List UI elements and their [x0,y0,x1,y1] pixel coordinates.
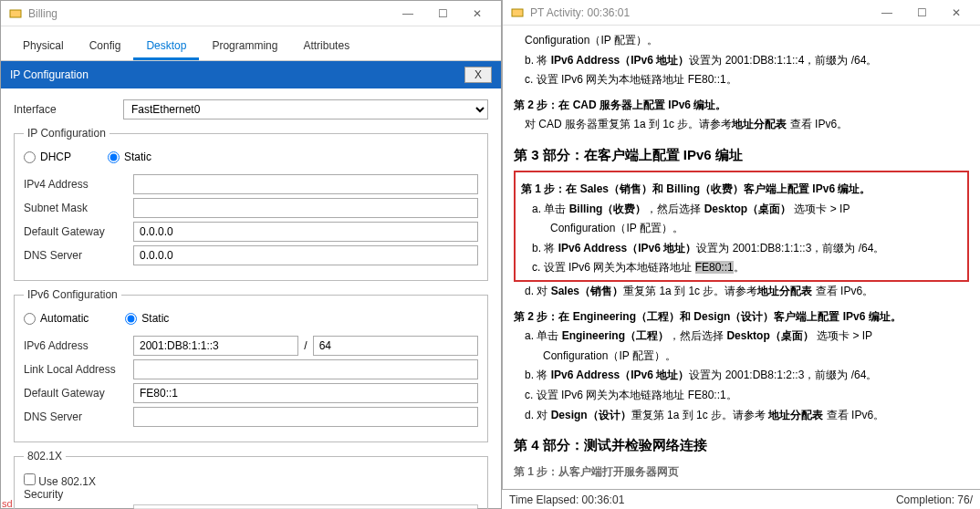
text-line: b. 将 IPv6 Address（IPv6 地址）设置为 2001:DB8:1… [539,366,969,386]
maximize-button[interactable]: ☐ [426,3,459,25]
titlebar: Billing — ☐ ✕ [1,1,501,26]
close-button[interactable]: ✕ [461,3,494,25]
text-line: Configuration（IP 配置）。 [547,219,962,239]
highlighted-step-box: 第 1 步：在 Sales（销售）和 Billing（收费）客户端上配置 IPv… [514,171,969,282]
linklocal-label: Link Local Address [24,363,133,376]
text-line: d. 对 Design（设计）重复第 1a 到 1c 步。请参考 地址分配表 查… [539,406,969,426]
ipcfg-legend: IP Configuration [24,127,109,140]
billing-window: Billing — ☐ ✕ Physical Config Desktop Pr… [0,0,502,509]
ipv6-configuration-group: IPv6 Configuration Automatic Static IPv6… [14,288,488,442]
subnet-label: Subnet Mask [24,202,133,214]
tab-config[interactable]: Config [77,34,134,60]
panel-close-button[interactable]: X [464,67,492,83]
interface-select[interactable]: FastEthernet0 [123,99,488,119]
static-radio[interactable] [108,151,120,163]
tab-programming[interactable]: Programming [199,34,290,60]
use8021x-checkbox[interactable] [24,473,36,485]
instructions-body: Configuration（IP 配置）。 b. 将 IPv6 Address（… [503,26,980,488]
tab-physical[interactable]: Physical [10,34,77,60]
gateway6-label: Default Gateway [24,387,133,400]
auth-select[interactable]: MD5 [133,504,478,509]
text-line: c. 设置 IPv6 网关为本地链路地址 FE80::1。 [547,258,962,278]
section-title: 第 3 部分：在客户端上配置 IPv6 编址 [514,142,969,167]
text-line: Configuration（IP 配置）。 [539,347,969,367]
status-bar: Time Elapsed: 00:36:01 Completion: 76/ [502,489,980,509]
ipv4-input[interactable] [133,174,478,194]
app-icon [8,6,23,21]
dot1x-legend: 802.1X [24,450,66,462]
tab-attributes[interactable]: Attributes [290,34,362,60]
text-line: b. 将 IPv6 Address（IPv6 地址）设置为 2001:DB8:1… [547,239,962,259]
minimize-button[interactable]: — [391,3,424,25]
pt-window-title: PT Activity: 00:36:01 [530,6,630,19]
text-line: b. 将 IPv6 Address（IPv6 地址）设置为 2001:DB8:1… [539,51,969,71]
pt-titlebar: PT Activity: 00:36:01 — ☐ ✕ [503,0,980,26]
window-title: Billing [28,7,57,20]
panel-title: IP Configuration [10,68,89,81]
dns4-label: DNS Server [24,249,133,262]
text-line: d. 对 Sales（销售）重复第 1a 到 1c 步。请参考地址分配表 查看 … [539,282,969,302]
ipv6prefix-input[interactable] [313,336,478,356]
interface-label: Interface [14,103,123,116]
step-title: 第 2 步：在 CAD 服务器上配置 IPv6 编址。 [514,96,969,116]
gateway4-label: Default Gateway [24,225,133,238]
dhcp-radio-label[interactable]: DHCP [24,151,71,163]
auto-radio-label[interactable]: Automatic [24,312,89,325]
svg-rect-1 [512,9,523,16]
prefix-slash: / [298,339,312,352]
dns4-input[interactable] [133,245,478,265]
sd-text: sd [2,498,13,509]
svg-rect-0 [10,10,21,17]
ipv4-label: IPv4 Address [24,178,133,191]
step-title: 第 2 步：在 Engineering（工程）和 Design（设计）客户端上配… [514,307,969,327]
gateway4-input[interactable] [133,222,478,242]
gateway6-input[interactable] [133,383,478,403]
dot1x-group: 802.1X Use 802.1X Security Authenticatio… [14,450,488,509]
pt-close-button[interactable]: ✕ [940,2,973,24]
step-title: 第 1 步：在 Sales（销售）和 Billing（收费）客户端上配置 IPv… [521,180,962,200]
highlighted-text: FE80::1 [695,261,734,274]
static-radio-label[interactable]: Static [108,151,151,163]
static6-radio[interactable] [125,313,137,325]
tab-desktop[interactable]: Desktop [133,34,199,60]
section-title: 第 4 部分：测试并检验网络连接 [514,432,969,457]
ipconfig-panel-header: IP Configuration X [1,61,501,88]
ipv6addr-label: IPv6 Address [24,339,133,352]
ipv6addr-input[interactable] [133,336,298,356]
dhcp-radio[interactable] [24,151,36,163]
text-line: Configuration（IP 配置）。 [539,31,969,51]
text-line: 对 CAD 服务器重复第 1a 到 1c 步。请参考地址分配表 查看 IPv6。 [539,115,969,135]
dns6-input[interactable] [133,407,478,427]
static6-radio-label[interactable]: Static [125,312,169,325]
pt-activity-window: PT Activity: 00:36:01 — ☐ ✕ Configuratio… [502,0,980,489]
auto-radio[interactable] [24,313,36,325]
completion: Completion: 76/ [896,493,973,506]
text-line: c. 设置 IPv6 网关为本地链路地址 FE80::1。 [539,386,969,406]
pt-maximize-button[interactable]: ☐ [905,2,938,24]
pt-app-icon [510,5,525,20]
tabbar: Physical Config Desktop Programming Attr… [1,26,501,61]
ip-configuration-group: IP Configuration DHCP Static IPv4 Addres… [14,127,488,281]
pt-minimize-button[interactable]: — [871,2,903,24]
dns6-label: DNS Server [24,410,133,423]
text-line: c. 设置 IPv6 网关为本地链路地址 FE80::1。 [539,70,969,90]
ipv6cfg-legend: IPv6 Configuration [24,288,121,301]
step-title-cut: 第 1 步：从客户端打开服务器网页 [514,462,969,483]
text-line: a. 单击 Engineering（工程），然后选择 Desktop（桌面） 选… [539,327,969,347]
time-elapsed: Time Elapsed: 00:36:01 [509,493,624,506]
linklocal-input[interactable] [133,359,478,379]
use8021x-label[interactable]: Use 802.1X Security [24,473,133,501]
subnet-input[interactable] [133,198,478,218]
text-line: a. 单击 Billing（收费），然后选择 Desktop（桌面） 选项卡 >… [547,200,962,220]
